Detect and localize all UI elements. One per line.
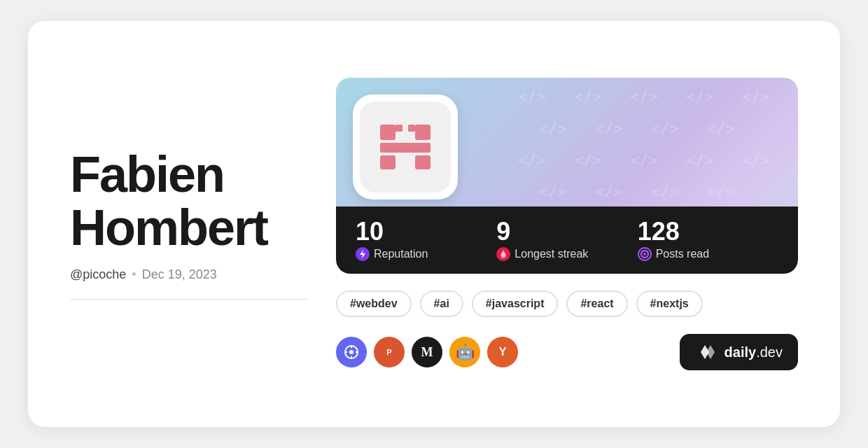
brand-suffix: .dev	[756, 344, 783, 360]
svg-point-10	[643, 253, 646, 255]
streak-label-text: Longest streak	[514, 248, 588, 260]
profile-card: FabienHombert @picoche • Dec 19, 2023 </…	[28, 21, 840, 427]
streak-value: 9	[496, 219, 637, 244]
deco-icon-5: </>	[742, 88, 770, 106]
left-panel: FabienHombert @picoche • Dec 19, 2023	[70, 148, 336, 299]
robot-emoji: 🤖	[456, 343, 475, 361]
stat-streak: 9 Longest streak	[496, 219, 637, 261]
deco-icon-6: </>	[539, 120, 567, 137]
avatar-container	[353, 94, 458, 200]
streak-label: Longest streak	[496, 247, 637, 261]
tags-section: #webdev #ai #javascript #react #nextjs	[336, 290, 798, 317]
deco-icon-10: </>	[518, 151, 546, 169]
svg-point-12	[349, 350, 354, 354]
svg-text:P: P	[386, 348, 391, 356]
deco-icon-4: </>	[686, 88, 714, 106]
tag-react[interactable]: #react	[566, 290, 627, 317]
tag-ai[interactable]: #ai	[420, 290, 463, 317]
stat-posts: 128 Posts read	[638, 219, 778, 261]
deco-icon-12: </>	[630, 151, 658, 169]
posts-value: 128	[638, 219, 778, 244]
posts-icon	[638, 247, 652, 261]
join-date: Dec 19, 2023	[142, 267, 217, 282]
deco-icon-15: </>	[539, 183, 567, 200]
bottom-row: P M 🤖 Y	[336, 334, 798, 370]
source-medium[interactable]: M	[412, 337, 442, 368]
svg-rect-7	[408, 125, 415, 132]
stats-bar: 10 Reputation 9	[336, 206, 798, 274]
reputation-label: Reputation	[356, 247, 496, 261]
deco-icon-3: </>	[630, 88, 658, 106]
svg-rect-1	[380, 125, 396, 140]
profile-header: </> </> </> </> </> </> </> </> </> </> …	[336, 78, 798, 274]
deco-icon-8: </>	[651, 120, 679, 137]
user-handle: @picoche	[70, 267, 126, 282]
tag-webdev[interactable]: #webdev	[336, 290, 412, 317]
right-panel: </> </> </> </> </> </> </> </> </> </> …	[336, 78, 798, 370]
source-ycombinator[interactable]: Y	[487, 337, 518, 368]
user-meta: @picoche • Dec 19, 2023	[70, 267, 308, 282]
deco-icon-13: </>	[686, 151, 714, 169]
deco-icon-2: </>	[574, 88, 602, 106]
divider	[70, 299, 308, 300]
stat-reputation: 10 Reputation	[356, 219, 496, 261]
posts-label-text: Posts read	[656, 248, 709, 260]
source-product-hunt[interactable]: P	[374, 337, 405, 368]
deco-icon-18: </>	[707, 183, 735, 200]
posts-label: Posts read	[638, 247, 778, 261]
deco-icon-16: </>	[595, 183, 623, 200]
sources-list: P M 🤖 Y	[336, 337, 518, 368]
avatar	[360, 102, 451, 192]
deco-icon-7: </>	[595, 120, 623, 137]
svg-rect-2	[415, 125, 430, 140]
deco-icon-11: </>	[574, 151, 602, 169]
medium-letter: M	[421, 345, 433, 360]
daily-dev-logo-icon	[695, 342, 718, 362]
tag-javascript[interactable]: #javascript	[472, 290, 559, 317]
reputation-icon	[356, 247, 370, 261]
y-letter: Y	[499, 346, 507, 358]
svg-rect-3	[380, 143, 430, 153]
user-full-name: FabienHombert	[70, 148, 308, 254]
reputation-value: 10	[356, 219, 496, 244]
meta-separator: •	[132, 267, 136, 282]
reputation-label-text: Reputation	[374, 248, 428, 260]
svg-rect-4	[380, 155, 396, 169]
source-crosshair[interactable]	[336, 337, 367, 368]
brand-text: daily.dev	[724, 344, 783, 360]
avatar-svg	[370, 112, 440, 182]
deco-icon-1: </>	[518, 88, 546, 106]
deco-icon-9: </>	[707, 120, 735, 137]
deco-icon-14: </>	[742, 151, 770, 169]
svg-rect-6	[396, 125, 402, 132]
tag-nextjs[interactable]: #nextjs	[636, 290, 703, 317]
streak-icon	[496, 247, 510, 261]
deco-icon-17: </>	[651, 183, 679, 200]
brand-bold: daily	[724, 344, 757, 360]
source-robot[interactable]: 🤖	[449, 337, 480, 368]
svg-rect-5	[415, 155, 430, 169]
daily-dev-branding: daily.dev	[680, 334, 798, 370]
